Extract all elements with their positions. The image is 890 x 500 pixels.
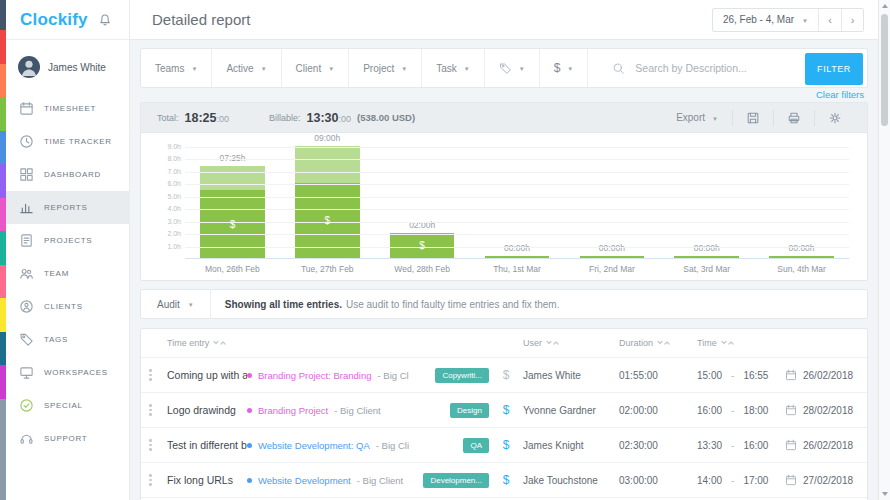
clear-filters-link[interactable]: Clear filters <box>816 89 864 100</box>
next-period-button[interactable]: › <box>841 9 863 31</box>
sort-time-entry[interactable]: Time entry <box>167 338 409 348</box>
scrollbar-thumb[interactable] <box>881 14 888 126</box>
sidebar-item-label: SUPPORT <box>44 434 87 443</box>
row-menu-icon[interactable] <box>149 474 153 486</box>
sidebar-item-special[interactable]: SPECIAL <box>6 389 129 422</box>
filter-dropdown-project[interactable]: Project▼ <box>349 49 422 87</box>
notifications-bell-icon[interactable] <box>98 13 112 27</box>
y-axis-tick: 3.0h <box>153 218 181 225</box>
clockify-logo: Clockify <box>20 10 88 30</box>
date-range-picker[interactable]: 26, Feb - 4, Mar ▼ <box>713 9 819 31</box>
gear-icon[interactable] <box>815 111 855 125</box>
search-input[interactable] <box>635 62 799 74</box>
gridline: 2.0h <box>185 234 849 235</box>
sidebar-item-reports[interactable]: REPORTS <box>6 191 129 224</box>
chevron-down-icon: ▼ <box>519 66 525 72</box>
filter-dropdown-task[interactable]: Task▼ <box>422 49 485 87</box>
sort-user[interactable]: User <box>523 338 619 348</box>
main-area: Detailed report 26, Feb - 4, Mar ▼ ‹ › T… <box>130 0 878 500</box>
report-card: Total: 18:25:00 Billable: 13:30:00 (538.… <box>140 102 868 281</box>
sort-time[interactable]: Time <box>697 338 785 348</box>
date-cell[interactable]: 26/02/2018 <box>785 439 859 451</box>
project-cell[interactable]: Website Development: QA - Big Client <box>247 440 409 451</box>
time-entries-table: Time entry User Duration Time Co <box>140 328 868 500</box>
filter-dropdown-billability[interactable]: $▼ <box>540 49 589 87</box>
date-cell[interactable]: 28/02/2018 <box>785 404 859 416</box>
time-entry-description[interactable]: Fix long URLs <box>167 474 247 486</box>
filter-label: Client <box>296 63 322 74</box>
user-name: James White <box>48 62 106 73</box>
billability-icon[interactable]: $ <box>489 403 523 417</box>
prev-period-button[interactable]: ‹ <box>819 9 841 31</box>
row-menu-icon[interactable] <box>149 369 153 381</box>
project-cell[interactable]: Website Development - Big Client <box>247 475 409 486</box>
filter-dropdown-tag[interactable]: ▼ <box>485 49 540 87</box>
chart-bar-slot: 07:25h$ <box>185 166 280 258</box>
y-axis-tick: 8.0h <box>153 155 181 162</box>
project-color-dot <box>247 478 252 483</box>
tag-badge: Copywriti... <box>435 368 489 383</box>
sidebar-item-projects[interactable]: PROJECTS <box>6 224 129 257</box>
filter-dropdown-client[interactable]: Client▼ <box>282 49 350 87</box>
duration-cell: 02:30:00 <box>619 440 697 451</box>
chart-plot-area: 07:25h$09:00h$02:00h$00:00h00:00h00:00h0… <box>185 147 849 259</box>
project-cell[interactable]: Branding Project: Branding - Big Client <box>247 370 409 381</box>
filter-label: Teams <box>155 63 184 74</box>
billable-dollar-marker: $ <box>230 219 236 230</box>
export-dropdown[interactable]: Export ▼ <box>662 112 732 123</box>
sidebar-item-label: PROJECTS <box>44 236 92 245</box>
filter-dropdown-active[interactable]: Active▼ <box>212 49 281 87</box>
chart-bar: 00:00h <box>485 256 550 258</box>
x-axis-label: Sat, 3rd Mar <box>659 264 754 274</box>
bar-value-label: 07:25h <box>187 153 277 163</box>
save-report-button[interactable] <box>733 111 773 125</box>
sidebar-item-dashboard[interactable]: DASHBOARD <box>6 158 129 191</box>
time-entry-description[interactable]: Logo drawindg <box>167 404 247 416</box>
bar-segment-billable: $ <box>390 233 455 258</box>
y-axis-tick: 5.0h <box>153 193 181 200</box>
rainbow-segment <box>0 0 6 30</box>
billability-icon[interactable]: $ <box>489 368 523 382</box>
chart-x-axis-labels: Mon, 26th FebTue, 27th FebWed, 28th FebT… <box>185 264 849 274</box>
chart-bar-slot: 02:00h$ <box>375 233 470 258</box>
sidebar-item-timesheet[interactable]: TIMESHEET <box>6 92 129 125</box>
sidebar-item-workspaces[interactable]: WORKSPACES <box>6 356 129 389</box>
row-menu-icon[interactable] <box>149 439 153 451</box>
reports-icon <box>19 200 34 215</box>
user-cell: Yvonne Gardner <box>523 405 619 416</box>
date-cell[interactable]: 27/02/2018 <box>785 474 859 486</box>
date-cell[interactable]: 26/02/2018 <box>785 369 859 381</box>
rainbow-segment <box>0 97 6 131</box>
billability-icon[interactable]: $ <box>489 473 523 487</box>
sidebar-item-team[interactable]: TEAM <box>6 257 129 290</box>
time-entry-description[interactable]: Coming up with a me... <box>167 369 247 381</box>
client-name: - Big Client <box>357 475 403 486</box>
tag-badge: QA <box>463 438 489 453</box>
row-menu-icon[interactable] <box>149 404 153 416</box>
sort-duration[interactable]: Duration <box>619 338 697 348</box>
sidebar-user[interactable]: James White <box>6 40 129 92</box>
projects-icon <box>19 233 34 248</box>
filter-dropdown-teams[interactable]: Teams▼ <box>141 49 212 87</box>
rainbow-segment <box>0 399 6 500</box>
sidebar-item-tags[interactable]: TAGS <box>6 323 129 356</box>
sidebar-item-time-tracker[interactable]: TIME TRACKER <box>6 125 129 158</box>
audit-dropdown[interactable]: Audit ▼ <box>141 290 211 318</box>
filter-button[interactable]: FILTER <box>805 53 863 85</box>
time-entry-description[interactable]: Test in different brow... <box>167 439 247 451</box>
user-cell: James Knight <box>523 440 619 451</box>
print-button[interactable] <box>774 111 814 125</box>
chevron-down-icon: ▼ <box>328 66 334 72</box>
sidebar-item-support[interactable]: SUPPORT <box>6 422 129 455</box>
client-name: - Big Client <box>376 440 409 451</box>
scrollbar-up-arrow[interactable] <box>879 0 890 12</box>
sidebar-item-clients[interactable]: CLIENTS <box>6 290 129 323</box>
sidebar-item-label: TEAM <box>44 269 69 278</box>
project-color-dot <box>247 443 252 448</box>
bar-chart: 07:25h$09:00h$02:00h$00:00h00:00h00:00h0… <box>141 133 867 280</box>
project-cell[interactable]: Branding Project - Big Client <box>247 405 409 416</box>
date-value: 26/02/2018 <box>803 440 853 451</box>
project-color-dot <box>247 408 252 413</box>
scrollbar-down-arrow[interactable] <box>879 488 890 500</box>
billability-icon[interactable]: $ <box>489 438 523 452</box>
